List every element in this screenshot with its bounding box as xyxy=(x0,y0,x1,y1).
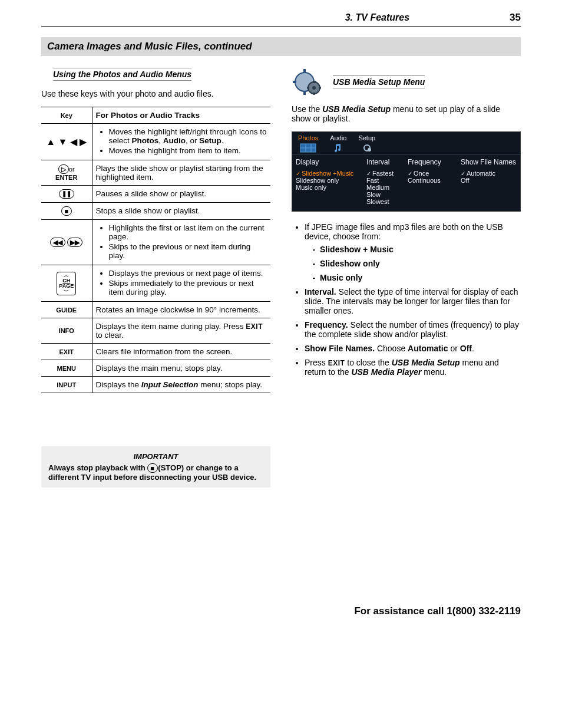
svg-point-17 xyxy=(368,148,371,151)
left-intro: Use these keys with your photo and audio… xyxy=(41,89,270,98)
photos-tab-icon xyxy=(298,143,318,154)
table-row: MENU Displays the main menu; stops play. xyxy=(41,360,270,377)
th-desc: For Photos or Audio Tracks xyxy=(92,107,270,124)
stop-key-icon: ■ xyxy=(41,203,92,220)
r5-b1: Highlights the first or last item on the… xyxy=(109,223,267,241)
sub-slideshow-only: Slideshow only xyxy=(320,259,521,268)
right-subheading: USB Media Setup Menu xyxy=(333,75,425,88)
opt-slideshow-music: Slideshow +Music xyxy=(296,170,366,177)
r6-b1: Displays the previous or next page of it… xyxy=(109,269,267,278)
info-key: INFO xyxy=(41,318,92,344)
r3-desc: Pauses a slide show or playlist. xyxy=(92,186,270,203)
r1-b2: Moves the highlight from item to item. xyxy=(109,146,267,155)
opt-continuous: Continuous xyxy=(408,177,461,184)
rew-ff-key-icon: ◀◀ ▶▶ xyxy=(41,220,92,265)
sub-slideshow-music: Slideshow + Music xyxy=(320,245,521,254)
setup-tab-icon xyxy=(358,143,375,154)
opt-music-only: Music only xyxy=(296,184,366,191)
table-row: ▲ ▼ ◀ ▶ Moves the highlight left/right t… xyxy=(41,124,270,160)
bullet-show-file-names: Show File Names. Choose Automatic or Off… xyxy=(305,344,521,353)
head-show: Show File Names xyxy=(461,158,517,166)
table-row: INFO Displays the item name during play.… xyxy=(41,318,270,344)
opt-fastest: Fastest xyxy=(366,170,408,177)
r6-b2: Skips immediately to the previous or nex… xyxy=(109,279,267,297)
opt-slow: Slow xyxy=(366,191,408,198)
stop-icon: ■ xyxy=(147,463,158,473)
sub-music-only: Music only xyxy=(320,273,521,282)
head-display: Display xyxy=(296,158,366,166)
r11-desc: Displays the Input Selection menu; stops… xyxy=(92,377,270,393)
table-row: EXIT Clears file information from the sc… xyxy=(41,344,270,360)
note-title: IMPORTANT xyxy=(48,452,263,461)
bullet-choose: If JPEG image files and mp3 files are bo… xyxy=(305,222,521,282)
setup-gear-icon xyxy=(292,68,325,96)
th-key: Key xyxy=(41,107,92,124)
bullet-press-exit: Press EXIT to close the USB Media Setup … xyxy=(305,358,521,377)
input-key: INPUT xyxy=(41,377,92,393)
svg-point-7 xyxy=(312,86,316,90)
important-note: IMPORTANT Always stop playback with ■(ST… xyxy=(41,446,270,487)
ch-page-key-icon: ︿CHPAGE﹀ xyxy=(41,265,92,302)
head-interval: Interval xyxy=(366,158,408,166)
opt-slowest: Slowest xyxy=(366,198,408,205)
chapter-label: 3. TV Features xyxy=(345,12,409,23)
opt-off: Off xyxy=(461,177,517,184)
menu-key: MENU xyxy=(41,360,92,377)
opt-once: Once xyxy=(408,170,461,177)
opt-medium: Medium xyxy=(366,184,408,191)
right-bullets: If JPEG image files and mp3 files are bo… xyxy=(292,222,521,377)
keys-table: Key For Photos or Audio Tracks ▲ ▼ ◀ ▶ M… xyxy=(41,107,270,393)
table-row: ▷orENTER Plays the slide show or playlis… xyxy=(41,160,270,186)
guide-key: GUIDE xyxy=(41,302,92,318)
note-t1: Always stop playback with xyxy=(48,463,147,472)
table-row: INPUT Displays the Input Selection menu;… xyxy=(41,377,270,393)
play-enter-key: ▷orENTER xyxy=(41,160,92,186)
arrow-keys-icon: ▲ ▼ ◀ ▶ xyxy=(46,137,87,147)
opt-slideshow-only: Slideshow only xyxy=(296,177,366,184)
opt-automatic: Automatic xyxy=(461,170,517,177)
r8-desc: Displays the item name during play. Pres… xyxy=(92,318,270,344)
tab-audio: Audio xyxy=(324,132,352,154)
r10-desc: Displays the main menu; stops play. xyxy=(92,360,270,377)
exit-key: EXIT xyxy=(41,344,92,360)
r7-desc: Rotates an image clockwise in 90° increm… xyxy=(92,302,270,318)
footer-assistance: For assistance call 1(800) 332-2119 xyxy=(41,605,521,617)
tab-photos: Photos xyxy=(292,132,324,154)
r2-desc: Plays the slide show or playlist startin… xyxy=(92,160,270,186)
table-row: ◀◀ ▶▶ Highlights the first or last item … xyxy=(41,220,270,265)
table-row: GUIDE Rotates an image clockwise in 90° … xyxy=(41,302,270,318)
left-subheading: Using the Photos and Audio Menus xyxy=(53,68,191,81)
usb-media-setup-screenshot: Photos Audio Setup Display Interval Freq… xyxy=(292,131,521,212)
table-row: ❚❚ Pauses a slide show or playlist. xyxy=(41,186,270,203)
tab-setup: Setup xyxy=(352,132,381,154)
audio-tab-icon xyxy=(330,143,346,154)
head-frequency: Frequency xyxy=(408,158,461,166)
opt-fast: Fast xyxy=(366,177,408,184)
right-intro: Use the USB Media Setup menu to set up p… xyxy=(292,104,521,123)
bullet-frequency: Frequency. Select the number of times (f… xyxy=(305,320,521,339)
table-row: ︿CHPAGE﹀ Displays the previous or next p… xyxy=(41,265,270,302)
bullet-interval: Interval. Select the type of time interv… xyxy=(305,287,521,315)
r1-b1: Moves the highlight left/right through i… xyxy=(109,127,267,145)
r9-desc: Clears file information from the screen. xyxy=(92,344,270,360)
note-t2: (STOP) xyxy=(158,463,184,472)
r4-desc: Stops a slide show or playlist. xyxy=(92,203,270,220)
table-row: ■ Stops a slide show or playlist. xyxy=(41,203,270,220)
page-header: 3. TV Features 35 xyxy=(41,12,521,27)
r5-b2: Skips to the previous or next item durin… xyxy=(109,242,267,260)
section-banner: Camera Images and Music Files, continued xyxy=(41,37,521,56)
page-number: 35 xyxy=(510,12,521,24)
pause-key-icon: ❚❚ xyxy=(41,186,92,203)
